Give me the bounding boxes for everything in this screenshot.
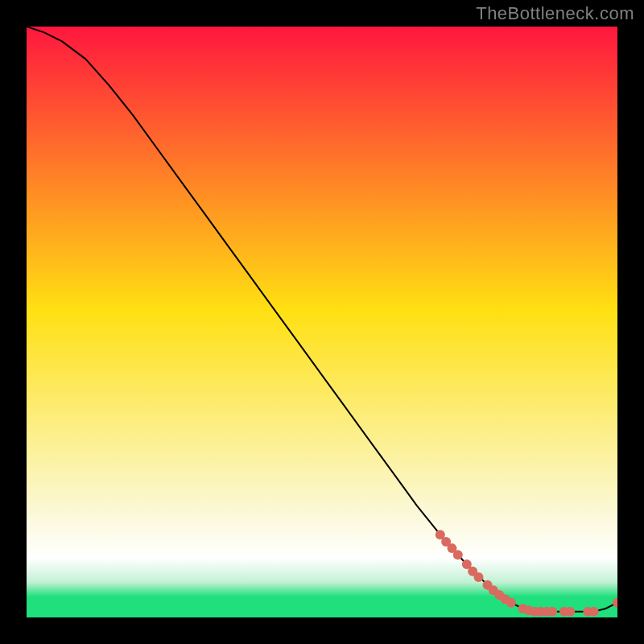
data-marker	[565, 607, 575, 617]
data-marker	[474, 572, 484, 582]
chart-canvas	[27, 27, 617, 617]
chart-frame: TheBottleneck.com	[0, 0, 644, 644]
data-marker	[547, 607, 557, 617]
data-marker	[453, 550, 463, 559]
gradient-background	[27, 27, 617, 617]
watermark-text: TheBottleneck.com	[476, 3, 634, 24]
data-marker	[589, 607, 599, 617]
data-marker	[506, 598, 516, 608]
plot-area	[27, 27, 617, 617]
